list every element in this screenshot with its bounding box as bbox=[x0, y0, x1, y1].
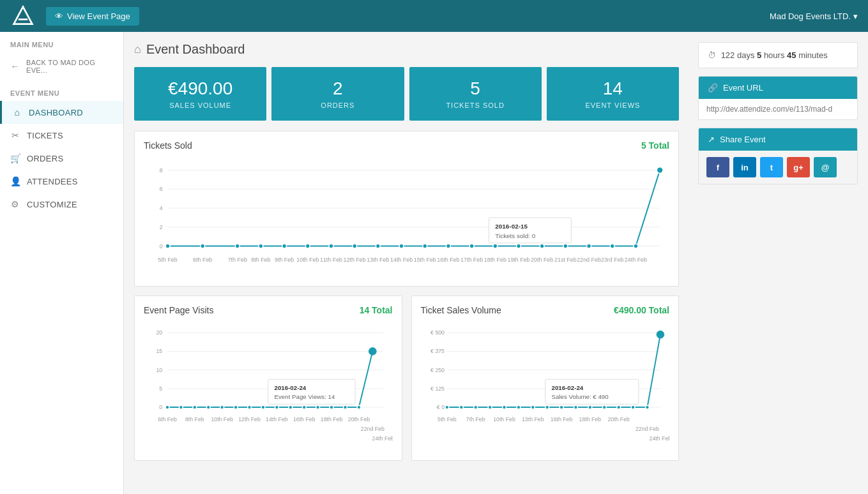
svg-point-30 bbox=[610, 244, 614, 248]
svg-text:Event Page Views: 14: Event Page Views: 14 bbox=[274, 393, 335, 400]
svg-text:14th Feb: 14th Feb bbox=[266, 416, 288, 423]
ticket-icon: ✂ bbox=[10, 130, 20, 140]
svg-point-80 bbox=[357, 405, 361, 409]
sidebar-orders-label: ORDERS bbox=[27, 154, 63, 163]
svg-text:21st Feb: 21st Feb bbox=[554, 257, 577, 263]
svg-point-115 bbox=[588, 405, 591, 409]
views-label: EVENT VIEWS bbox=[554, 101, 671, 109]
tickets-sold-panel: Tickets Sold 5 Total 8 6 4 bbox=[134, 131, 679, 287]
svg-text:16th Feb: 16th Feb bbox=[550, 416, 572, 423]
share-twitter-button[interactable]: t bbox=[760, 157, 783, 177]
countdown-hours: 5 bbox=[757, 50, 761, 60]
sidebar-customize-label: CUSTOMIZE bbox=[27, 200, 77, 209]
svg-text:13th Feb: 13th Feb bbox=[522, 416, 544, 423]
user-menu[interactable]: Mad Dog Events LTD. ▾ bbox=[770, 11, 858, 21]
svg-text:19th Feb: 19th Feb bbox=[507, 257, 529, 263]
svg-point-73 bbox=[261, 405, 265, 409]
svg-text:12th Feb: 12th Feb bbox=[344, 257, 366, 263]
page-title: ⌂ Event Dashboard bbox=[134, 42, 679, 57]
svg-text:22nd Feb: 22nd Feb bbox=[361, 426, 385, 432]
svg-point-67 bbox=[179, 405, 183, 409]
svg-point-81 bbox=[369, 348, 376, 356]
svg-point-120 bbox=[657, 331, 664, 338]
back-label: BACK TO MAD DOG EVE... bbox=[26, 59, 113, 74]
countdown-card: ⏱ 122 days 5 hours 45 minutes bbox=[698, 42, 858, 68]
sidebar-item-customize[interactable]: ⚙ CUSTOMIZE bbox=[0, 193, 123, 216]
svg-point-18 bbox=[329, 244, 333, 248]
sales-volume-total: €490.00 Total bbox=[614, 305, 669, 315]
event-url-input[interactable] bbox=[699, 99, 857, 119]
svg-point-79 bbox=[344, 405, 347, 409]
svg-point-108 bbox=[488, 405, 492, 409]
sidebar: MAIN MENU ← BACK TO MAD DOG EVE... EVENT… bbox=[0, 32, 124, 494]
main-layout: MAIN MENU ← BACK TO MAD DOG EVE... EVENT… bbox=[0, 32, 868, 494]
svg-point-14 bbox=[235, 244, 240, 248]
svg-point-71 bbox=[234, 405, 238, 409]
view-event-label: View Event Page bbox=[67, 11, 130, 21]
eye-icon: 👁 bbox=[55, 11, 63, 21]
svg-point-76 bbox=[302, 405, 306, 409]
share-facebook-button[interactable]: f bbox=[706, 157, 729, 177]
view-event-button[interactable]: 👁 View Event Page bbox=[46, 7, 139, 26]
svg-point-107 bbox=[473, 405, 477, 409]
sales-volume-chart-container: € 500 € 375 € 250 € 125 € 0 bbox=[421, 322, 670, 451]
user-label: Mad Dog Events LTD. bbox=[770, 11, 851, 21]
svg-point-32 bbox=[657, 167, 663, 174]
tickets-value: 5 bbox=[417, 79, 534, 99]
svg-marker-0 bbox=[14, 7, 33, 24]
share-googleplus-button[interactable]: g+ bbox=[787, 157, 810, 177]
svg-text:5th Feb: 5th Feb bbox=[158, 257, 178, 263]
sidebar-item-tickets[interactable]: ✂ TICKETS bbox=[0, 124, 123, 147]
svg-text:24th Feb: 24th Feb bbox=[625, 257, 647, 263]
clock-icon: ⏱ bbox=[708, 50, 716, 60]
svg-point-68 bbox=[193, 405, 197, 409]
svg-point-27 bbox=[540, 244, 544, 248]
stat-card-sales: €490.00 SALES VOLUME bbox=[134, 67, 266, 121]
svg-text:6th Feb: 6th Feb bbox=[193, 257, 212, 263]
sidebar-tickets-label: TICKETS bbox=[27, 131, 63, 140]
svg-text:2: 2 bbox=[160, 224, 163, 230]
svg-text:11th Feb: 11th Feb bbox=[320, 257, 342, 263]
tickets-chart-total: 5 Total bbox=[641, 140, 669, 151]
link-icon: 🔗 bbox=[708, 83, 718, 93]
sidebar-item-back[interactable]: ← BACK TO MAD DOG EVE... bbox=[0, 52, 123, 80]
event-url-card: 🔗 Event URL bbox=[698, 76, 858, 120]
cart-icon: 🛒 bbox=[10, 153, 20, 163]
event-url-header-label: Event URL bbox=[723, 83, 763, 93]
page-visits-panel: Event Page Visits 14 Total 20 bbox=[134, 296, 402, 461]
arrow-left-icon: ← bbox=[10, 61, 20, 71]
house-icon: ⌂ bbox=[134, 43, 141, 56]
svg-text:Tickets sold: 0: Tickets sold: 0 bbox=[495, 232, 535, 239]
share-email-button[interactable]: @ bbox=[814, 157, 837, 177]
svg-point-111 bbox=[531, 405, 535, 409]
svg-point-29 bbox=[587, 244, 591, 248]
sidebar-item-attendees[interactable]: 👤 ATTENDEES bbox=[0, 170, 123, 193]
svg-point-109 bbox=[502, 405, 506, 409]
svg-text:6th Feb: 6th Feb bbox=[158, 416, 177, 423]
svg-point-110 bbox=[516, 405, 520, 409]
svg-text:18th Feb: 18th Feb bbox=[579, 416, 601, 423]
share-linkedin-button[interactable]: in bbox=[733, 157, 756, 177]
svg-text:8: 8 bbox=[160, 167, 163, 174]
svg-point-21 bbox=[399, 244, 404, 248]
svg-text:18th Feb: 18th Feb bbox=[321, 416, 343, 423]
app-logo bbox=[10, 3, 36, 29]
countdown-minutes-label: minutes bbox=[798, 50, 828, 60]
top-nav: 👁 View Event Page Mad Dog Events LTD. ▾ bbox=[0, 0, 868, 32]
svg-text:16th Feb: 16th Feb bbox=[437, 257, 459, 263]
svg-point-106 bbox=[459, 405, 463, 409]
svg-text:5th Feb: 5th Feb bbox=[438, 416, 457, 423]
sidebar-item-orders[interactable]: 🛒 ORDERS bbox=[0, 147, 123, 170]
svg-text:2016-02-15: 2016-02-15 bbox=[495, 223, 528, 230]
right-panel: ⏱ 122 days 5 hours 45 minutes 🔗 Event UR… bbox=[689, 32, 868, 494]
svg-point-119 bbox=[645, 405, 649, 409]
svg-text:20: 20 bbox=[156, 329, 162, 336]
sales-value: €490.00 bbox=[142, 79, 259, 99]
share-event-header-label: Share Event bbox=[720, 135, 766, 144]
svg-text:13th Feb: 13th Feb bbox=[367, 257, 389, 263]
stat-card-tickets: 5 TICKETS SOLD bbox=[409, 67, 542, 121]
svg-text:10th Feb: 10th Feb bbox=[296, 257, 319, 263]
svg-text:€ 375: € 375 bbox=[430, 348, 445, 354]
sidebar-item-dashboard[interactable]: ⌂ DASHBOARD bbox=[0, 101, 123, 124]
countdown-days: 122 bbox=[721, 50, 735, 60]
